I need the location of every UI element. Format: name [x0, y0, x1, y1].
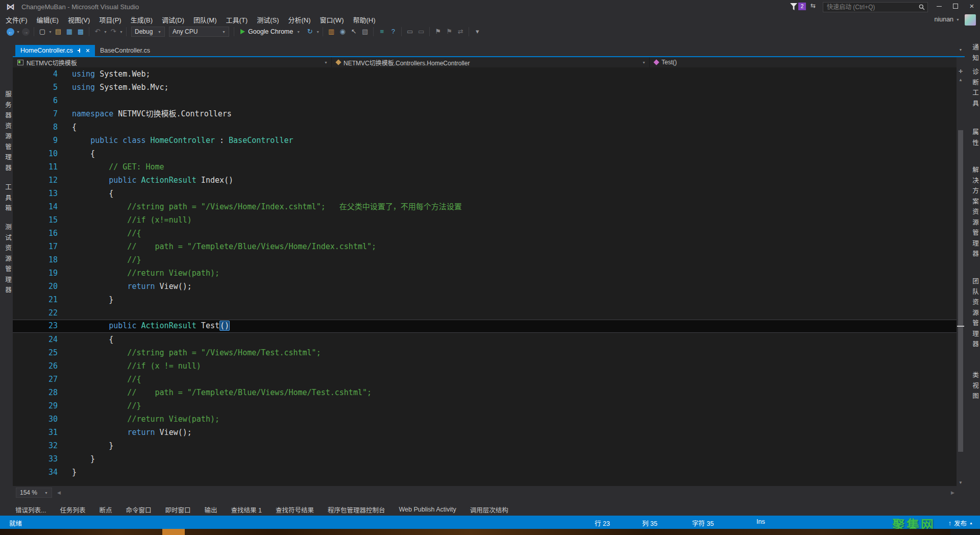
restore-button[interactable] — [948, 1, 963, 11]
code-line-7[interactable]: 7namespace NETMVC切换模板.Controllers — [13, 107, 957, 120]
code-line-24[interactable]: 24 { — [13, 333, 957, 346]
menu-item[interactable]: 项目(P) — [94, 14, 126, 26]
menu-item[interactable]: 分析(N) — [283, 14, 315, 26]
browser-link-icon[interactable]: ◉ — [337, 27, 348, 37]
user-avatar[interactable] — [965, 14, 976, 26]
splitter-handle-icon[interactable]: ✛ — [957, 68, 965, 74]
quick-launch-input[interactable] — [826, 3, 919, 11]
document-tab[interactable]: BaseController.cs — [95, 45, 155, 56]
redo-icon[interactable]: ↷ — [108, 27, 119, 37]
line-number[interactable]: 27 — [13, 373, 58, 386]
code-line-21[interactable]: 21 } — [13, 293, 957, 306]
bottom-panel-tab[interactable]: 查找结果 1 — [231, 505, 262, 515]
bottom-panel-tab[interactable]: 断点 — [99, 505, 112, 515]
type-dropdown[interactable]: NETMVC切换模板.Controllers.HomeController ▼ — [332, 57, 650, 67]
bottom-panel-tab[interactable]: 调用层次结构 — [470, 505, 508, 515]
right-tool-tab[interactable]: 诊断工具 — [965, 68, 980, 110]
line-number[interactable]: 9 — [13, 134, 58, 147]
close-icon[interactable]: × — [86, 47, 90, 54]
code-line-32[interactable]: 32 } — [13, 439, 957, 452]
bookmark-icon[interactable]: ⚑ — [432, 27, 444, 37]
code-line-27[interactable]: 27 //{ — [13, 373, 957, 386]
code-line-34[interactable]: 34} — [13, 466, 957, 479]
menu-item[interactable]: 帮助(H) — [348, 14, 380, 26]
line-number[interactable]: 23 — [13, 320, 58, 332]
menu-item[interactable]: 窗口(W) — [315, 14, 349, 26]
line-number[interactable]: 11 — [13, 160, 58, 174]
document-tab[interactable]: HomeController.cs× — [15, 45, 95, 56]
menu-item[interactable]: 团队(M) — [189, 14, 222, 26]
code-line-15[interactable]: 15 //if (x!=null) — [13, 213, 957, 227]
code-line-26[interactable]: 26 //if (x != null) — [13, 359, 957, 373]
undo-icon[interactable]: ↶ — [92, 27, 103, 37]
start-debug-button[interactable]: Google Chrome▼ — [237, 28, 304, 35]
bottom-panel-tab[interactable]: 错误列表... — [15, 505, 46, 515]
line-number[interactable]: 17 — [13, 240, 58, 253]
line-number[interactable]: 28 — [13, 386, 58, 399]
line-number[interactable]: 18 — [13, 253, 58, 266]
quick-info-icon[interactable]: ? — [387, 27, 399, 37]
code-editor[interactable]: 4using System.Web;5using System.Web.Mvc;… — [13, 67, 957, 486]
solution-config-select[interactable]: Debug▼ — [131, 27, 165, 37]
task-list-icon[interactable]: ≡ — [376, 27, 387, 37]
code-line-20[interactable]: 20 return View(); — [13, 280, 957, 293]
scroll-right-icon[interactable]: ▶ — [951, 490, 954, 495]
line-number[interactable]: 25 — [13, 346, 58, 359]
line-number[interactable]: 14 — [13, 200, 58, 213]
chevron-down-icon[interactable]: ▼ — [642, 61, 646, 64]
line-number[interactable]: 26 — [13, 359, 58, 373]
project-dropdown[interactable]: NETMVC切换模板 ▼ — [13, 57, 332, 67]
menu-item[interactable]: 工具(T) — [222, 14, 253, 26]
code-line-30[interactable]: 30 //return View(path); — [13, 412, 957, 426]
solution-platform-select[interactable]: Any CPU▼ — [169, 27, 229, 37]
pin-icon[interactable] — [77, 48, 82, 53]
chevron-down-icon[interactable]: ▼ — [48, 30, 53, 34]
code-line-6[interactable]: 6 — [13, 94, 957, 107]
code-line-19[interactable]: 19 //return View(path); — [13, 266, 957, 280]
scrollbar-thumb[interactable] — [958, 130, 963, 452]
line-number[interactable]: 30 — [13, 412, 58, 426]
scroll-down-icon[interactable]: ▼ — [957, 480, 965, 485]
bookmark-next-icon[interactable]: ⚑ — [444, 27, 455, 37]
member-dropdown[interactable]: Test() — [650, 57, 957, 67]
code-line-10[interactable]: 10 { — [13, 147, 957, 160]
code-line-11[interactable]: 11 // GET: Home — [13, 160, 957, 174]
code-line-8[interactable]: 8{ — [13, 120, 957, 134]
code-line-9[interactable]: 9 public class HomeController : BaseCont… — [13, 134, 957, 147]
right-tool-tab[interactable]: 解决方案资源管理器 — [965, 166, 980, 261]
bottom-panel-tab[interactable]: 任务列表 — [60, 505, 85, 515]
code-line-18[interactable]: 18 //} — [13, 253, 957, 266]
line-number[interactable]: 8 — [13, 120, 58, 134]
menu-item[interactable]: 文件(F) — [1, 14, 32, 26]
code-line-17[interactable]: 17 // path = "/Templete/Blue/Views/Home/… — [13, 240, 957, 253]
menu-item[interactable]: 编辑(E) — [32, 14, 63, 26]
menu-item[interactable]: 视图(V) — [63, 14, 94, 26]
line-number[interactable]: 20 — [13, 280, 58, 293]
line-number[interactable]: 22 — [13, 306, 58, 320]
selection-icon[interactable]: ↖ — [348, 27, 359, 37]
right-tool-tab[interactable]: 通知 — [965, 44, 980, 65]
chevron-down-icon[interactable]: ▼ — [103, 30, 108, 34]
left-tool-tab[interactable]: 工具箱 — [0, 184, 13, 215]
code-line-14[interactable]: 14 //string path = "/Views/Home/Index.cs… — [13, 200, 957, 213]
line-number[interactable]: 6 — [13, 94, 58, 107]
right-tool-tab[interactable]: 属性 — [965, 129, 980, 150]
navigate-forward-icon[interactable]: → — [22, 28, 30, 36]
toolbar-overflow-icon[interactable]: ▾ — [472, 27, 483, 37]
code-line-16[interactable]: 16 //{ — [13, 227, 957, 240]
right-tool-tab[interactable]: 团队资源管理器 — [965, 278, 980, 351]
navigate-backward-icon[interactable]: ← — [7, 28, 14, 36]
scroll-up-icon[interactable]: ▲ — [957, 78, 965, 82]
left-tool-tab[interactable]: 服务器资源管理器 — [0, 91, 13, 175]
line-number[interactable]: 29 — [13, 399, 58, 412]
line-number[interactable]: 13 — [13, 187, 58, 200]
bottom-panel-tab[interactable]: 程序包管理器控制台 — [328, 505, 385, 515]
line-number[interactable]: 31 — [13, 426, 58, 439]
notifications-funnel-icon[interactable] — [790, 3, 797, 10]
send-feedback-icon[interactable]: ⇆ — [811, 2, 816, 9]
line-number[interactable]: 5 — [13, 81, 58, 94]
line-number[interactable]: 21 — [13, 293, 58, 306]
menu-item[interactable]: 生成(B) — [126, 14, 157, 26]
vertical-scrollbar[interactable]: ▼ ✛ ▲ ▼ — [957, 47, 965, 486]
bottom-panel-tab[interactable]: 查找符号结果 — [276, 505, 314, 515]
